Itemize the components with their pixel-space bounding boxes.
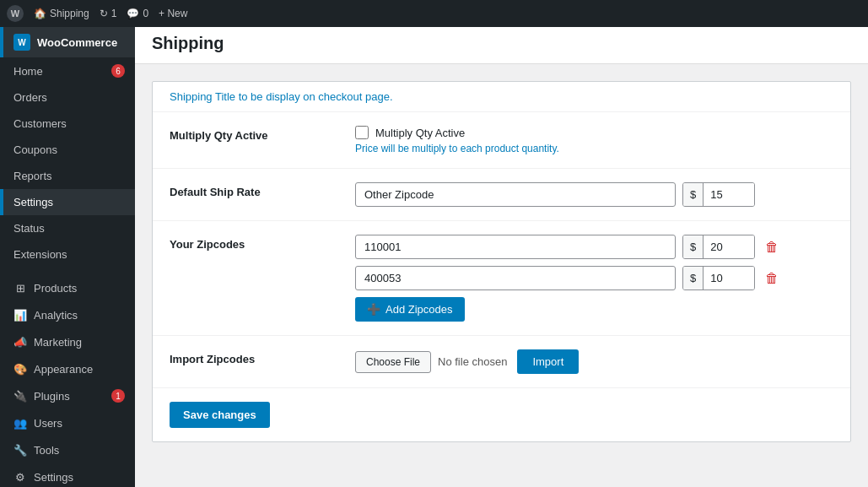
add-zipcodes-button[interactable]: ➕ Add Zipcodes — [355, 297, 465, 322]
multiply-checkbox[interactable] — [355, 126, 369, 139]
zipcode-row-1: $ 🗑 — [355, 235, 833, 259]
main-layout: W WooCommerce Home 6 Orders Customers Co… — [0, 27, 868, 487]
default-price-dollar: $ — [683, 183, 704, 206]
page-hint: Shipping Title to be display on checkout… — [153, 82, 850, 112]
content-header: Shipping — [135, 27, 868, 64]
analytics-label: Analytics — [34, 309, 78, 322]
appearance-icon: 🎨 — [13, 362, 27, 376]
default-ship-row: Default Ship Rate $ — [153, 169, 850, 221]
top-bar: W 🏠 Shipping ↻ 1 💬 0 + New — [0, 0, 868, 27]
price-dollar-2: $ — [683, 267, 704, 289]
content-area: Shipping Shipping Title to be display on… — [135, 27, 868, 487]
plugins-badge: 1 — [111, 389, 125, 403]
sidebar-item-status[interactable]: Status — [0, 215, 135, 241]
hint-text: Shipping Title to be display on checkout… — [170, 90, 393, 103]
sidebar-item-tools[interactable]: 🔧 Tools — [0, 436, 135, 463]
import-button[interactable]: Import — [517, 349, 579, 374]
default-price-input[interactable] — [704, 183, 754, 206]
zipcodes-control: $ 🗑 $ — [355, 235, 833, 322]
multiply-label: Multiply Qty Active — [170, 126, 338, 142]
settings-label: Settings — [13, 196, 53, 208]
home-badge: 6 — [111, 64, 125, 78]
marketing-icon: 📣 — [13, 335, 27, 349]
marketing-label: Marketing — [34, 336, 82, 349]
coupons-label: Coupons — [13, 143, 57, 156]
woocommerce-icon: W — [13, 34, 30, 51]
sidebar-item-reports[interactable]: Reports — [0, 163, 135, 189]
sidebar-brand-label: WooCommerce — [37, 36, 117, 49]
products-label: Products — [34, 282, 77, 295]
home-label: Home — [13, 65, 43, 78]
orders-label: Orders — [13, 91, 47, 104]
site-name-link[interactable]: 🏠 Shipping — [34, 8, 89, 19]
delete-zipcode-2-button[interactable]: 🗑 — [762, 268, 782, 289]
updates-link[interactable]: ↻ 1 — [100, 8, 117, 19]
multiply-checkbox-row: Multiply Qty Active — [355, 126, 833, 139]
page-title: Shipping — [152, 34, 851, 53]
settings-card: Shipping Title to be display on checkout… — [152, 81, 851, 442]
site-name: Shipping — [50, 8, 89, 19]
tools-icon: 🔧 — [13, 443, 27, 457]
sidebar-item-settings[interactable]: Settings — [0, 189, 135, 215]
reports-label: Reports — [13, 170, 52, 182]
plugins-label: Plugins — [34, 390, 70, 403]
appearance-label: Appearance — [34, 363, 93, 376]
sidebar-item-appearance[interactable]: 🎨 Appearance — [0, 355, 135, 382]
sidebar: W WooCommerce Home 6 Orders Customers Co… — [0, 27, 135, 487]
zipcodes-label: Your Zipcodes — [170, 235, 338, 251]
price-dollar-1: $ — [683, 235, 704, 258]
choose-file-button[interactable]: Choose File — [355, 351, 431, 373]
products-icon: ⊞ — [13, 281, 27, 295]
status-label: Status — [13, 222, 45, 235]
zipcode-row-2: $ 🗑 — [355, 266, 833, 290]
plugins-icon: 🔌 — [13, 389, 27, 403]
sidebar-item-coupons[interactable]: Coupons — [0, 137, 135, 163]
import-row: Import Zipcodes Choose File No file chos… — [153, 336, 850, 388]
extensions-label: Extensions — [13, 248, 67, 261]
comments-link[interactable]: 💬 0 — [127, 8, 148, 19]
default-rate-row: $ — [355, 182, 833, 207]
import-label: Import Zipcodes — [170, 349, 338, 365]
sidebar-item-users[interactable]: 👥 Users — [0, 409, 135, 436]
sidebar-item-marketing[interactable]: 📣 Marketing — [0, 328, 135, 355]
sidebar-item-analytics[interactable]: 📊 Analytics — [0, 301, 135, 328]
new-link[interactable]: + New — [159, 8, 187, 19]
analytics-icon: 📊 — [13, 308, 27, 322]
settings-wp-label: Settings — [34, 471, 73, 484]
zipcode-input-1[interactable] — [355, 235, 676, 259]
zipcode-input-2[interactable] — [355, 266, 676, 290]
default-zipcode-input[interactable] — [355, 182, 676, 207]
add-zipcodes-label: Add Zipcodes — [385, 303, 453, 316]
sidebar-item-plugins[interactable]: 🔌 Plugins 1 — [0, 382, 135, 409]
price-wrap-2: $ — [682, 266, 755, 290]
price-wrap-1: $ — [682, 235, 755, 259]
sidebar-brand[interactable]: W WooCommerce — [0, 27, 135, 57]
default-ship-control: $ — [355, 182, 833, 207]
sidebar-item-settings-wp[interactable]: ⚙ Settings — [0, 463, 135, 487]
zipcodes-row: Your Zipcodes $ 🗑 — [153, 221, 850, 336]
wp-logo-icon[interactable]: W — [7, 5, 24, 22]
customers-label: Customers — [13, 117, 67, 130]
delete-zipcode-1-button[interactable]: 🗑 — [762, 236, 782, 258]
sidebar-item-customers[interactable]: Customers — [0, 111, 135, 137]
save-section: Save changes — [153, 388, 850, 441]
multiply-checkbox-label: Multiply Qty Active — [375, 127, 465, 139]
sidebar-item-extensions[interactable]: Extensions — [0, 241, 135, 268]
sidebar-item-home[interactable]: Home 6 — [0, 57, 135, 84]
sidebar-item-products[interactable]: ⊞ Products — [0, 274, 135, 301]
file-input-wrap: Choose File No file chosen — [355, 351, 507, 373]
price-input-2[interactable] — [704, 267, 754, 289]
comments-count: 0 — [143, 8, 148, 19]
content-body: Shipping Title to be display on checkout… — [135, 64, 868, 459]
multiply-hint: Price will be multiply to each product q… — [355, 143, 833, 154]
settings-wp-icon: ⚙ — [13, 470, 27, 484]
updates-count: 1 — [111, 8, 117, 19]
add-zipcodes-plus-icon: ➕ — [367, 303, 380, 316]
multiply-row: Multiply Qty Active Multiply Qty Active … — [153, 112, 850, 169]
import-control: Choose File No file chosen Import — [355, 349, 833, 374]
tools-label: Tools — [34, 444, 59, 457]
users-icon: 👥 — [13, 416, 27, 430]
sidebar-item-orders[interactable]: Orders — [0, 84, 135, 111]
save-changes-button[interactable]: Save changes — [170, 402, 270, 428]
price-input-1[interactable] — [704, 235, 754, 258]
